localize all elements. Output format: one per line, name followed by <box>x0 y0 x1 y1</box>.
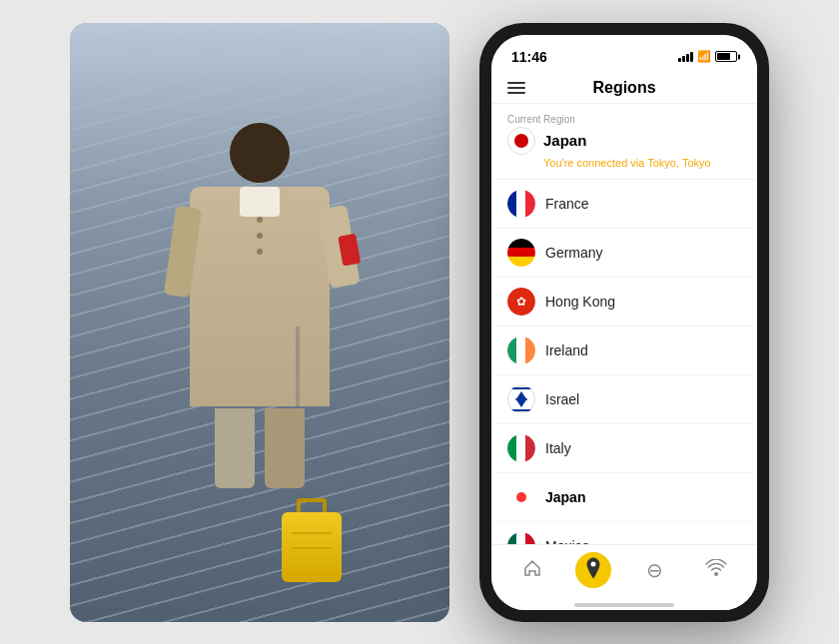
region-item[interactable]: ✿ Hong Kong <box>491 278 757 326</box>
region-name: Ireland <box>545 342 588 358</box>
home-icon-wrap <box>514 552 550 588</box>
app-header: Regions <box>491 71 757 104</box>
nav-home[interactable] <box>504 548 560 592</box>
person-body <box>190 187 330 406</box>
region-item[interactable]: France <box>491 180 757 229</box>
location-icon <box>584 557 602 583</box>
region-name: Germany <box>545 245 603 261</box>
flag-ireland <box>507 336 535 364</box>
region-name: Hong Kong <box>545 294 615 310</box>
connected-status-text: You're connected via Tokyo, Tokyo <box>543 157 741 169</box>
wifi-nav-icon <box>705 559 727 581</box>
hamburger-menu-button[interactable] <box>507 82 525 94</box>
japan-circle <box>514 134 528 148</box>
nav-location[interactable] <box>565 548 621 592</box>
flag-mexico <box>507 532 535 544</box>
region-list: FranceGermany ✿ Hong KongIreland IsraelI… <box>491 180 757 544</box>
phone-device: 11:46 📶 <box>479 23 769 622</box>
page-title: Regions <box>592 79 655 97</box>
current-region-section: Current Region Japan You're connected vi… <box>491 104 757 180</box>
bottom-navigation: ⊖ <box>491 544 757 604</box>
svg-point-2 <box>591 562 596 567</box>
nav-wifi[interactable] <box>688 548 744 592</box>
japan-flag-icon <box>507 127 535 155</box>
current-region-row: Japan <box>507 127 741 155</box>
battery-fill <box>717 53 730 60</box>
flag-hk: ✿ <box>507 288 535 316</box>
region-item[interactable]: Ireland <box>491 326 757 375</box>
home-icon <box>522 558 542 583</box>
nav-block[interactable]: ⊖ <box>627 548 683 592</box>
scene: 11:46 📶 <box>0 0 839 644</box>
home-indicator <box>491 604 757 610</box>
luggage-handle <box>297 498 327 512</box>
phone-screen: 11:46 📶 <box>491 35 757 610</box>
location-icon-wrap <box>575 552 611 588</box>
status-icons: 📶 <box>678 50 737 63</box>
luggage <box>282 512 342 582</box>
block-icon: ⊖ <box>646 558 663 582</box>
region-item[interactable]: Mexico <box>491 522 757 544</box>
svg-point-3 <box>714 572 718 576</box>
flag-germany <box>507 239 535 267</box>
person-head <box>230 123 290 183</box>
region-name: Israel <box>545 391 579 407</box>
hamburger-line-3 <box>507 92 525 94</box>
region-item[interactable]: Germany <box>491 229 757 278</box>
hamburger-line-2 <box>507 87 525 89</box>
person <box>160 123 360 562</box>
wifi-nav-icon-wrap <box>698 552 734 588</box>
region-name: Italy <box>545 440 571 456</box>
photo-side <box>70 23 449 622</box>
region-item[interactable]: Japan <box>491 473 757 522</box>
current-region-name: Japan <box>543 132 586 149</box>
flag-france <box>507 190 535 218</box>
flag-israel <box>507 385 535 413</box>
photo-background <box>70 23 449 622</box>
wifi-icon: 📶 <box>697 50 711 63</box>
status-time: 11:46 <box>511 49 547 65</box>
region-name: Japan <box>545 489 585 505</box>
current-region-label: Current Region <box>507 114 741 125</box>
status-bar: 11:46 📶 <box>491 35 757 71</box>
battery-icon <box>715 51 737 62</box>
region-name: France <box>545 196 589 212</box>
svg-text:✿: ✿ <box>516 295 526 309</box>
signal-icon <box>678 52 693 62</box>
block-icon-wrap: ⊖ <box>637 552 673 588</box>
home-bar <box>574 603 674 607</box>
region-item[interactable]: Israel <box>491 375 757 424</box>
region-item[interactable]: Italy <box>491 424 757 473</box>
hamburger-line-1 <box>507 82 525 84</box>
active-region-dot <box>516 492 526 502</box>
held-phone <box>338 233 361 266</box>
flag-italy <box>507 434 535 462</box>
flag-japan <box>507 483 535 511</box>
